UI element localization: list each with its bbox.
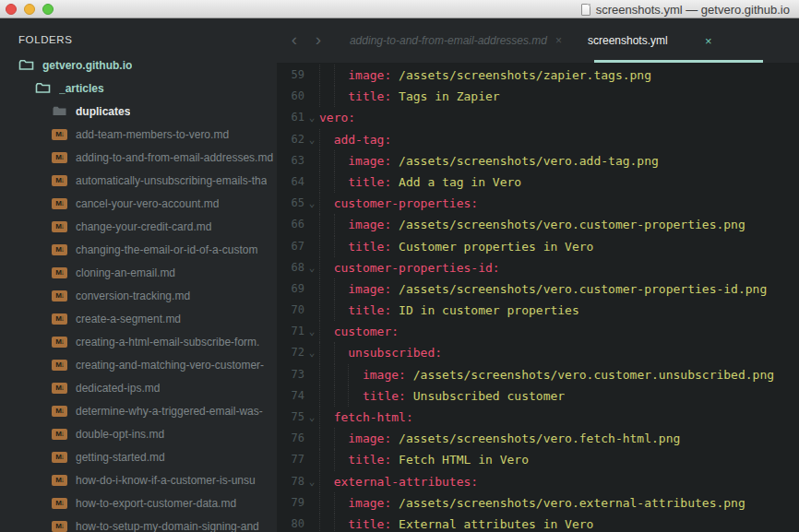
tree-item[interactable]: M↓determine-why-a-triggered-email-was-	[0, 399, 277, 422]
tree-item[interactable]: M↓conversion-tracking.md	[0, 284, 277, 307]
fold-gutter	[304, 492, 319, 514]
tree-item-label: change-your-credit-card.md	[76, 220, 211, 233]
tree-item-label: duplicates	[76, 105, 130, 118]
tree-item-label: how-to-setup-my-domain-signing-and	[76, 520, 259, 532]
tree-item[interactable]: M↓how-to-export-customer-data.md	[0, 491, 277, 514]
line-number: 61	[277, 107, 304, 128]
tree-item[interactable]: M↓creating-a-html-email-subscribe-form.	[0, 330, 277, 353]
history-back-icon[interactable]: ‹	[282, 18, 306, 63]
tree-item[interactable]: M↓double-opt-ins.md	[0, 422, 277, 445]
code-area[interactable]: 59image: /assets/screenshots/zapier.tags…	[277, 63, 799, 532]
yaml-key: image:	[348, 154, 391, 168]
yaml-key: image:	[363, 368, 406, 382]
tab-inactive[interactable]: adding-to-and-from-email-addresses.md×	[340, 18, 572, 63]
tree-item[interactable]: _articles	[0, 77, 277, 100]
line-number: 69	[277, 278, 304, 300]
code-line: 80title: External attributes in Vero	[277, 514, 799, 532]
yaml-value: /assets/screenshots/vero.customer.unsubs…	[406, 368, 774, 382]
yaml-key: customer-properties:	[334, 196, 479, 210]
folder-icon	[52, 105, 67, 117]
line-number: 71	[277, 321, 304, 342]
code-text: title: Tags in Zapier	[319, 86, 500, 107]
close-window-button[interactable]	[6, 4, 17, 15]
tree-item[interactable]: M↓create-a-segment.md	[0, 307, 277, 330]
tree-item-label: create-a-segment.md	[76, 313, 181, 325]
tree-item[interactable]: M↓creating-and-matching-vero-customer-	[0, 353, 277, 376]
tree-item[interactable]: duplicates	[0, 100, 277, 123]
tree-item[interactable]: M↓dedicated-ips.md	[0, 376, 277, 399]
tree-item[interactable]: M↓adding-to-and-from-email-addresses.md	[0, 146, 277, 169]
tab-label: adding-to-and-from-email-addresses.md	[350, 34, 547, 47]
history-forward-icon[interactable]: ›	[306, 18, 330, 63]
tab-close-icon[interactable]: ×	[705, 18, 712, 63]
tree-item[interactable]: M↓how-do-i-know-if-a-customer-is-unsu	[0, 468, 277, 491]
yaml-value: Unsubscribed customer	[406, 389, 565, 403]
tree-item[interactable]: M↓automatically-unsubscribing-emails-tha	[0, 169, 277, 192]
fold-gutter	[304, 236, 319, 257]
tree-item[interactable]: M↓getting-started.md	[0, 445, 277, 468]
code-line: 59image: /assets/screenshots/zapier.tags…	[277, 65, 799, 86]
markdown-icon: M↓	[52, 383, 67, 394]
window-title-area: screenshots.yml — getvero.github.io	[581, 0, 790, 18]
fold-chevron-icon[interactable]: ⌄	[304, 257, 319, 278]
tab-strip: adding-to-and-from-email-addresses.md×sc…	[340, 18, 766, 63]
titlebar[interactable]: screenshots.yml — getvero.github.io	[0, 0, 799, 18]
yaml-key: image:	[348, 218, 391, 231]
fold-chevron-icon[interactable]: ⌄	[304, 407, 319, 428]
line-number: 60	[277, 86, 304, 107]
indent-guide	[334, 342, 335, 363]
tree-item[interactable]: M↓changing-the-email-or-id-of-a-custom	[0, 238, 277, 261]
tree-item[interactable]: M↓how-to-setup-my-domain-signing-and	[0, 514, 277, 532]
code-text: customer-properties-id:	[319, 257, 500, 278]
minimize-window-button[interactable]	[24, 4, 35, 15]
code-text: image: /assets/screenshots/vero.customer…	[319, 364, 774, 385]
code-line: 70title: ID in customer properties	[277, 300, 799, 321]
indent-guide	[319, 171, 320, 193]
indent-guide	[319, 492, 320, 514]
zoom-window-button[interactable]	[42, 4, 54, 15]
tree-item[interactable]: M↓cloning-an-email.md	[0, 261, 277, 284]
yaml-key: image:	[348, 496, 391, 510]
fold-chevron-icon[interactable]: ⌄	[304, 342, 319, 363]
fold-gutter	[304, 65, 319, 86]
indent-guide	[319, 385, 320, 407]
yaml-value: /assets/screenshots/zapier.tags.png	[391, 68, 651, 82]
indent-guide	[319, 129, 320, 150]
line-number: 73	[277, 364, 304, 385]
fold-chevron-icon[interactable]: ⌄	[304, 321, 319, 342]
markdown-icon: M↓	[52, 406, 67, 417]
fold-chevron-icon[interactable]: ⌄	[304, 193, 319, 214]
markdown-icon: M↓	[52, 244, 67, 255]
indent-guide	[334, 171, 335, 193]
markdown-icon: M↓	[52, 429, 67, 440]
tab-active[interactable]: screenshots.yml×	[585, 18, 766, 63]
code-line: 69image: /assets/screenshots/vero.custom…	[277, 278, 799, 300]
tree-item[interactable]: M↓cancel-your-vero-account.md	[0, 192, 277, 215]
markdown-icon: M↓	[52, 313, 67, 325]
indent-guide	[319, 300, 320, 321]
line-number: 79	[277, 492, 304, 514]
line-number: 67	[277, 236, 304, 257]
code-line: 60title: Tags in Zapier	[277, 86, 799, 107]
fold-chevron-icon[interactable]: ⌄	[304, 129, 319, 150]
code-text: customer:	[319, 321, 399, 342]
code-line: 61⌄vero:	[277, 107, 799, 128]
yaml-value: Tags in Zapier	[391, 89, 499, 103]
fold-chevron-icon[interactable]: ⌄	[304, 107, 319, 128]
markdown-icon: M↓	[52, 521, 67, 532]
yaml-value: /assets/screenshots/vero.external-attrib…	[391, 496, 745, 510]
tree-item[interactable]: getvero.github.io	[0, 53, 277, 77]
tab-close-icon[interactable]: ×	[555, 34, 562, 47]
yaml-key: image:	[348, 432, 391, 445]
markdown-icon: M↓	[52, 337, 67, 348]
fold-chevron-icon[interactable]: ⌄	[304, 471, 319, 492]
fold-gutter	[304, 385, 319, 407]
tree-item[interactable]: M↓change-your-credit-card.md	[0, 215, 277, 238]
tree-item[interactable]: M↓add-team-members-to-vero.md	[0, 123, 277, 146]
indent-guide	[319, 364, 320, 385]
yaml-key: fetch-html:	[334, 410, 413, 424]
code-text: image: /assets/screenshots/zapier.tags.p…	[319, 65, 651, 86]
folder-tree: getvero.github.io_articlesduplicatesM↓ad…	[0, 53, 277, 532]
code-text: title: Fetch HTML in Vero	[319, 449, 529, 470]
tree-item-label: how-do-i-know-if-a-customer-is-unsu	[76, 474, 256, 487]
